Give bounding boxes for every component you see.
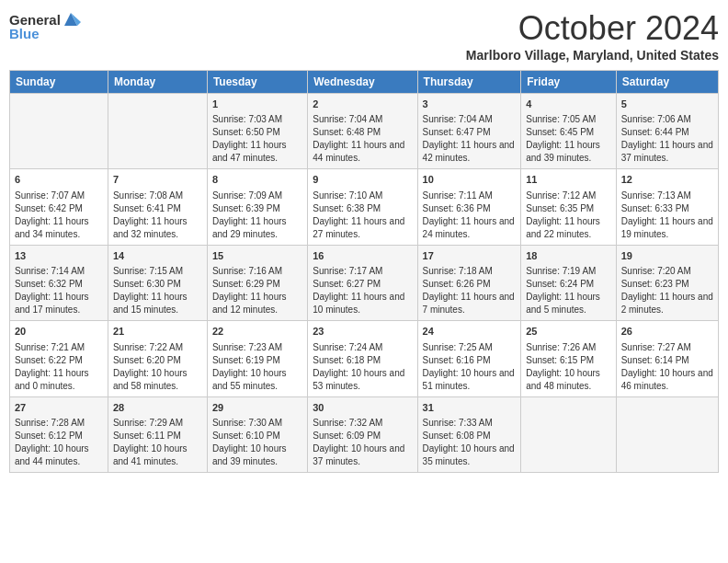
day-info: Sunrise: 7:33 AMSunset: 6:08 PMDaylight:… bbox=[423, 417, 517, 468]
day-info: Sunrise: 7:19 AMSunset: 6:24 PMDaylight:… bbox=[526, 265, 610, 316]
header-saturday: Saturday bbox=[616, 71, 718, 94]
location-title: Marlboro Village, Maryland, United State… bbox=[466, 48, 719, 63]
logo-general: General bbox=[9, 12, 61, 28]
day-info: Sunrise: 7:25 AMSunset: 6:16 PMDaylight:… bbox=[423, 341, 517, 393]
day-number: 29 bbox=[212, 401, 302, 415]
day-info: Sunrise: 7:07 AMSunset: 6:42 PMDaylight:… bbox=[15, 190, 103, 241]
day-number: 18 bbox=[526, 249, 610, 263]
day-info: Sunrise: 7:14 AMSunset: 6:32 PMDaylight:… bbox=[15, 265, 103, 316]
day-info: Sunrise: 7:29 AMSunset: 6:11 PMDaylight:… bbox=[113, 417, 202, 468]
day-number: 10 bbox=[423, 173, 517, 187]
day-number: 5 bbox=[621, 98, 713, 111]
table-row: 16Sunrise: 7:17 AMSunset: 6:27 PMDayligh… bbox=[308, 245, 417, 320]
table-row: 2Sunrise: 7:04 AMSunset: 6:48 PMDaylight… bbox=[308, 94, 417, 169]
day-info: Sunrise: 7:04 AMSunset: 6:48 PMDaylight:… bbox=[313, 113, 412, 165]
day-info: Sunrise: 7:10 AMSunset: 6:38 PMDaylight:… bbox=[313, 190, 412, 241]
day-info: Sunrise: 7:15 AMSunset: 6:30 PMDaylight:… bbox=[113, 265, 202, 316]
day-info: Sunrise: 7:05 AMSunset: 6:45 PMDaylight:… bbox=[526, 113, 610, 165]
table-row: 11Sunrise: 7:12 AMSunset: 6:35 PMDayligh… bbox=[521, 169, 616, 245]
day-info: Sunrise: 7:16 AMSunset: 6:29 PMDaylight:… bbox=[212, 265, 302, 316]
day-number: 4 bbox=[526, 98, 610, 111]
day-number: 21 bbox=[113, 325, 202, 339]
day-info: Sunrise: 7:13 AMSunset: 6:33 PMDaylight:… bbox=[621, 190, 713, 241]
day-info: Sunrise: 7:06 AMSunset: 6:44 PMDaylight:… bbox=[621, 113, 713, 165]
day-info: Sunrise: 7:21 AMSunset: 6:22 PMDaylight:… bbox=[15, 341, 103, 393]
day-number: 14 bbox=[113, 249, 202, 263]
day-number: 23 bbox=[313, 325, 412, 339]
day-number: 26 bbox=[621, 325, 713, 339]
header-friday: Friday bbox=[521, 71, 616, 94]
table-row: 30Sunrise: 7:32 AMSunset: 6:09 PMDayligh… bbox=[308, 396, 417, 472]
table-row: 6Sunrise: 7:07 AMSunset: 6:42 PMDaylight… bbox=[10, 169, 108, 245]
page-header: General Blue October 2024 Marlboro Villa… bbox=[9, 9, 719, 63]
calendar-week-row: 6Sunrise: 7:07 AMSunset: 6:42 PMDaylight… bbox=[10, 169, 719, 245]
day-info: Sunrise: 7:09 AMSunset: 6:39 PMDaylight:… bbox=[212, 190, 302, 241]
table-row: 14Sunrise: 7:15 AMSunset: 6:30 PMDayligh… bbox=[108, 245, 207, 320]
day-number: 27 bbox=[15, 401, 103, 415]
day-info: Sunrise: 7:32 AMSunset: 6:09 PMDaylight:… bbox=[313, 417, 412, 468]
header-tuesday: Tuesday bbox=[207, 71, 307, 94]
day-number: 6 bbox=[15, 173, 103, 187]
table-row: 18Sunrise: 7:19 AMSunset: 6:24 PMDayligh… bbox=[521, 245, 616, 320]
table-row: 27Sunrise: 7:28 AMSunset: 6:12 PMDayligh… bbox=[10, 396, 108, 472]
table-row: 19Sunrise: 7:20 AMSunset: 6:23 PMDayligh… bbox=[616, 245, 718, 320]
day-number: 8 bbox=[212, 173, 302, 187]
table-row bbox=[521, 396, 616, 472]
day-info: Sunrise: 7:04 AMSunset: 6:47 PMDaylight:… bbox=[423, 113, 517, 165]
title-block: October 2024 Marlboro Village, Maryland,… bbox=[466, 9, 719, 63]
table-row: 31Sunrise: 7:33 AMSunset: 6:08 PMDayligh… bbox=[417, 396, 521, 472]
table-row: 7Sunrise: 7:08 AMSunset: 6:41 PMDaylight… bbox=[108, 169, 207, 245]
calendar-week-row: 27Sunrise: 7:28 AMSunset: 6:12 PMDayligh… bbox=[10, 396, 719, 472]
day-number: 19 bbox=[621, 249, 713, 263]
table-row: 22Sunrise: 7:23 AMSunset: 6:19 PMDayligh… bbox=[207, 321, 307, 396]
month-title: October 2024 bbox=[466, 9, 719, 48]
day-info: Sunrise: 7:24 AMSunset: 6:18 PMDaylight:… bbox=[313, 341, 412, 393]
day-number: 20 bbox=[15, 325, 103, 339]
table-row: 12Sunrise: 7:13 AMSunset: 6:33 PMDayligh… bbox=[616, 169, 718, 245]
table-row: 9Sunrise: 7:10 AMSunset: 6:38 PMDaylight… bbox=[308, 169, 417, 245]
table-row: 15Sunrise: 7:16 AMSunset: 6:29 PMDayligh… bbox=[207, 245, 307, 320]
table-row: 25Sunrise: 7:26 AMSunset: 6:15 PMDayligh… bbox=[521, 321, 616, 396]
table-row bbox=[10, 94, 108, 169]
table-row: 17Sunrise: 7:18 AMSunset: 6:26 PMDayligh… bbox=[417, 245, 521, 320]
day-info: Sunrise: 7:26 AMSunset: 6:15 PMDaylight:… bbox=[526, 341, 610, 393]
table-row: 20Sunrise: 7:21 AMSunset: 6:22 PMDayligh… bbox=[10, 321, 108, 396]
day-number: 16 bbox=[313, 249, 412, 263]
table-row: 4Sunrise: 7:05 AMSunset: 6:45 PMDaylight… bbox=[521, 94, 616, 169]
header-monday: Monday bbox=[108, 71, 207, 94]
day-info: Sunrise: 7:28 AMSunset: 6:12 PMDaylight:… bbox=[15, 417, 103, 468]
day-number: 31 bbox=[423, 401, 517, 415]
table-row: 3Sunrise: 7:04 AMSunset: 6:47 PMDaylight… bbox=[417, 94, 521, 169]
day-number: 11 bbox=[526, 173, 610, 187]
day-number: 25 bbox=[526, 325, 610, 339]
day-number: 22 bbox=[212, 325, 302, 339]
day-number: 17 bbox=[423, 249, 517, 263]
table-row bbox=[616, 396, 718, 472]
day-number: 12 bbox=[621, 173, 713, 187]
day-info: Sunrise: 7:12 AMSunset: 6:35 PMDaylight:… bbox=[526, 190, 610, 241]
header-wednesday: Wednesday bbox=[308, 71, 417, 94]
table-row: 26Sunrise: 7:27 AMSunset: 6:14 PMDayligh… bbox=[616, 321, 718, 396]
day-number: 30 bbox=[313, 401, 412, 415]
day-number: 28 bbox=[113, 401, 202, 415]
day-info: Sunrise: 7:08 AMSunset: 6:41 PMDaylight:… bbox=[113, 190, 202, 241]
header-thursday: Thursday bbox=[417, 71, 521, 94]
day-info: Sunrise: 7:18 AMSunset: 6:26 PMDaylight:… bbox=[423, 265, 517, 316]
day-number: 1 bbox=[212, 98, 302, 111]
day-number: 2 bbox=[313, 98, 412, 111]
table-row: 1Sunrise: 7:03 AMSunset: 6:50 PMDaylight… bbox=[207, 94, 307, 169]
table-row: 28Sunrise: 7:29 AMSunset: 6:11 PMDayligh… bbox=[108, 396, 207, 472]
table-row bbox=[108, 94, 207, 169]
calendar-week-row: 20Sunrise: 7:21 AMSunset: 6:22 PMDayligh… bbox=[10, 321, 719, 396]
header-sunday: Sunday bbox=[10, 71, 108, 94]
day-info: Sunrise: 7:11 AMSunset: 6:36 PMDaylight:… bbox=[423, 190, 517, 241]
table-row: 23Sunrise: 7:24 AMSunset: 6:18 PMDayligh… bbox=[308, 321, 417, 396]
day-info: Sunrise: 7:20 AMSunset: 6:23 PMDaylight:… bbox=[621, 265, 713, 316]
day-info: Sunrise: 7:17 AMSunset: 6:27 PMDaylight:… bbox=[313, 265, 412, 316]
table-row: 5Sunrise: 7:06 AMSunset: 6:44 PMDaylight… bbox=[616, 94, 718, 169]
day-info: Sunrise: 7:27 AMSunset: 6:14 PMDaylight:… bbox=[621, 341, 713, 393]
calendar-table: Sunday Monday Tuesday Wednesday Thursday… bbox=[9, 70, 719, 473]
day-info: Sunrise: 7:30 AMSunset: 6:10 PMDaylight:… bbox=[212, 417, 302, 468]
calendar-week-row: 1Sunrise: 7:03 AMSunset: 6:50 PMDaylight… bbox=[10, 94, 719, 169]
day-info: Sunrise: 7:23 AMSunset: 6:19 PMDaylight:… bbox=[212, 341, 302, 393]
